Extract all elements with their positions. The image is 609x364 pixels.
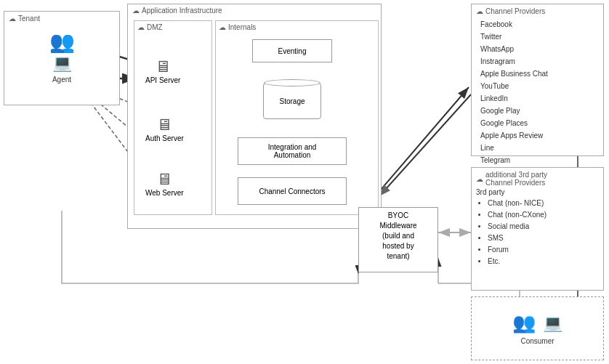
eventing-label: Eventing (278, 47, 307, 55)
dmz-title: ☁ DMZ (137, 23, 209, 31)
channel-providers-box: ☁ Channel Providers Facebook Twitter Wha… (471, 4, 604, 156)
channel-connectors-component: Channel Connectors (238, 177, 347, 205)
channel-connectors-label: Channel Connectors (259, 187, 325, 195)
api-server-label: API Server (145, 76, 180, 84)
internals-title: ☁ Internals (219, 23, 375, 31)
channel-providers-list: Facebook Twitter WhatsApp Instragram App… (476, 17, 599, 168)
tenant-box: ☁ Tenant 👥 💻 Agent (4, 11, 120, 105)
storage-component: Storage (259, 79, 325, 123)
list-item: Facebook (480, 18, 594, 31)
auth-server-label: Auth Server (145, 134, 184, 142)
svg-line-21 (379, 94, 471, 196)
third-party-prefix: 3rd party (476, 188, 599, 196)
consumer-laptop-icon: 💻 (543, 314, 562, 333)
eventing-component: Eventing (252, 39, 332, 62)
third-party-label: additional 3rd partyChannel Providers (485, 171, 547, 187)
channel-providers-title: ☁ Channel Providers (476, 7, 599, 15)
channel-providers-label: Channel Providers (485, 7, 545, 15)
consumer-person-icon: 👥 (512, 312, 536, 334)
consumer-icons: 👥 💻 (512, 312, 562, 334)
internals-box: ☁ Internals Eventing Storage Integration… (215, 20, 379, 215)
list-item: SMS (488, 232, 599, 244)
app-infra-title: ☁ Application Infrastructure (132, 7, 376, 15)
list-item: Instragram (480, 55, 594, 68)
agent-label: Agent (52, 76, 71, 84)
list-item: Line (480, 142, 594, 154)
cloud-icon-tenant: ☁ (9, 15, 16, 23)
list-item: Social media (488, 221, 599, 232)
web-server-label: Web Server (145, 189, 184, 197)
server-icon-web: 🖥 (145, 170, 184, 189)
list-item: Telegram (480, 154, 594, 166)
consumer-box: 👥 💻 Consumer (471, 296, 604, 360)
list-item: Google Play (480, 105, 594, 117)
third-party-title: ☁ additional 3rd partyChannel Providers (476, 171, 599, 187)
list-item: Apple Business Chat (480, 68, 594, 80)
svg-line-20 (376, 87, 469, 195)
cloud-icon-channel: ☁ (476, 7, 483, 15)
byoc-box: BYOCMiddleware(build andhosted bytenant) (358, 207, 438, 272)
cloud-icon-third: ☁ (476, 175, 483, 183)
third-party-box: ☁ additional 3rd partyChannel Providers … (471, 167, 604, 291)
third-party-list: Chat (non- NICE) Chat (non-CXone) Social… (476, 198, 599, 267)
storage-label: Storage (279, 97, 304, 105)
dmz-box: ☁ DMZ 🖥 API Server 🖥 Auth Server 🖥 Web S… (134, 20, 212, 215)
integration-label: Integration andAutomation (268, 143, 317, 159)
cloud-icon-internals: ☁ (219, 23, 226, 31)
cloud-icon-infra: ☁ (132, 7, 140, 15)
list-item: LinkedIn (480, 92, 594, 105)
laptop-icon-agent: 💻 (52, 54, 72, 73)
web-server: 🖥 Web Server (145, 170, 184, 197)
list-item: Chat (non-CXone) (488, 209, 599, 221)
list-item: WhatsApp (480, 43, 594, 55)
dmz-label: DMZ (147, 23, 163, 31)
tenant-title: ☁ Tenant (9, 15, 115, 23)
internals-label: Internals (228, 23, 256, 31)
integration-component: Integration andAutomation (238, 137, 347, 165)
list-item: YouTube (480, 80, 594, 92)
list-item: Google Places (480, 117, 594, 129)
server-icon-api: 🖥 (145, 57, 180, 76)
tenant-label: Tenant (18, 15, 40, 23)
app-infra-label: Application Infrastructure (142, 7, 222, 15)
byoc-label: BYOCMiddleware(build andhosted bytenant) (379, 211, 416, 260)
consumer-label: Consumer (520, 337, 554, 345)
auth-server: 🖥 Auth Server (145, 116, 184, 142)
list-item: Forum (488, 244, 599, 256)
diagram: ☁ Tenant 👥 💻 Agent ☁ Application Infrast… (0, 0, 609, 364)
list-item: Apple Apps Review (480, 129, 594, 142)
app-infra-box: ☁ Application Infrastructure ☁ DMZ 🖥 API… (127, 4, 382, 229)
list-item: Etc. (488, 256, 599, 267)
server-icon-auth: 🖥 (145, 116, 184, 134)
api-server: 🖥 API Server (145, 57, 180, 84)
list-item: Chat (non- NICE) (488, 198, 599, 209)
agent-icon: 👥 (49, 30, 75, 54)
list-item: Twitter (480, 31, 594, 43)
cloud-icon-dmz: ☁ (137, 23, 145, 31)
